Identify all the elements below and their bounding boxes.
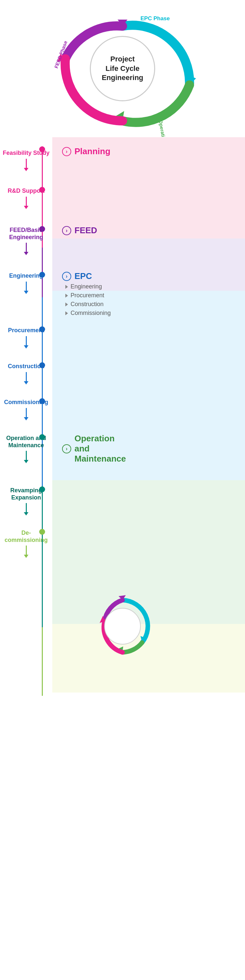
row-rd: R&D Support (0, 183, 245, 222)
svg-text:Planning Phase: Planning Phase (60, 73, 83, 107)
lifecycle-center: Project Life Cycle Engineering (90, 36, 155, 101)
dot-rd (39, 187, 45, 193)
dot-commissioning (39, 398, 45, 404)
dot-procurement (39, 326, 45, 332)
dot-operation (39, 434, 45, 440)
row-feed: FEED/Basic Engineering › FEED (0, 222, 245, 268)
svg-text:EPC Phase: EPC Phase (140, 15, 170, 22)
dot-engineering (39, 272, 45, 278)
phase-epc-label: › EPC Engineering Procurement Constructi… (52, 268, 245, 323)
phase-feed-label: › FEED (52, 222, 245, 239)
dot-construction (39, 362, 45, 368)
lifecycle-title-line2: Life Cycle (105, 64, 140, 73)
row-procurement: Procurement (0, 323, 245, 358)
om-title: OperationandMaintenance (75, 433, 126, 464)
svg-point-12 (105, 608, 140, 644)
edw-circle (87, 590, 158, 662)
sub-procurement: Procurement (65, 292, 239, 299)
svg-text:Operation and Maintenance Phas: Operation and Maintenance Phase (158, 119, 177, 137)
sub-construction-label: Construction (70, 301, 103, 308)
sub-construction: Construction (65, 301, 239, 308)
sub-engineering-label: Engineering (70, 283, 102, 290)
planning-icon: › (62, 147, 71, 156)
epc-icon: › (62, 272, 71, 281)
planning-title: Planning (75, 146, 110, 156)
phase-planning-label: › Planning (52, 140, 245, 161)
phase-om-label: › OperationandMaintenance (52, 430, 245, 468)
feed-icon: › (62, 226, 71, 235)
row-decommissioning: De-commissioning (0, 525, 245, 568)
dot-decommissioning (39, 529, 45, 535)
sub-commissioning: Commissioning (65, 310, 239, 317)
om-icon: › (62, 444, 71, 453)
sub-commissioning-label: Commissioning (70, 310, 111, 317)
row-commissioning: Commissioning (0, 394, 245, 430)
dot-feasibility (39, 146, 45, 152)
row-feasibility: Feasibility Study › Planning (0, 140, 245, 186)
row-operation: Operation and Maintenance › Operationand… (0, 430, 245, 482)
sub-procurement-label: Procurement (70, 292, 104, 299)
lifecycle-title-line3: Engineering (102, 73, 143, 82)
dot-revamping (39, 487, 45, 492)
row-engineering: Engineering › EPC Engineering Procureme (0, 268, 245, 323)
flow-diagram: Feasibility Study › Planning R&D Support (0, 137, 245, 577)
sub-engineering: Engineering (65, 283, 239, 290)
row-construction: Construction (0, 358, 245, 394)
row-revamping: Revamping Expansion (0, 482, 245, 525)
dot-feed (39, 226, 45, 232)
lifecycle-diagram: EPC Phase FEED Phase Planning Phase Oper… (0, 0, 245, 137)
feed-title: FEED (75, 225, 97, 235)
epc-title: EPC (75, 271, 92, 281)
lifecycle-title-line1: Project (110, 55, 135, 63)
